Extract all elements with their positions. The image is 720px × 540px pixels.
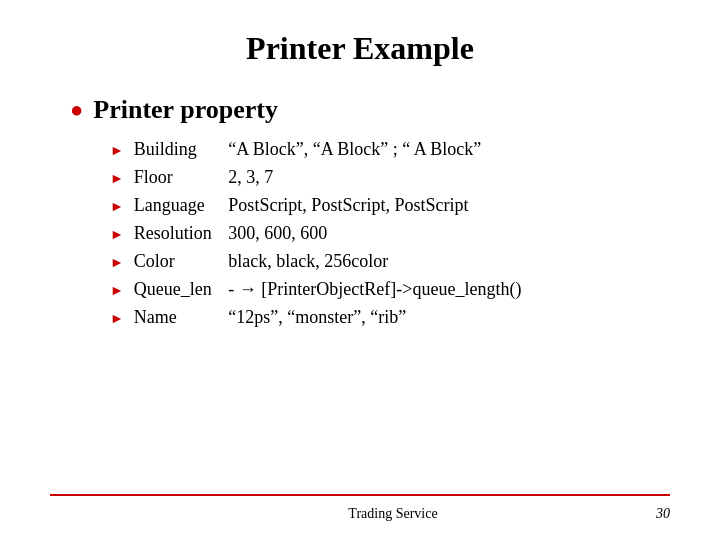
sub-item-value: “12ps”, “monster”, “rib” (224, 307, 406, 327)
sub-item-key: Queue_len (134, 279, 224, 300)
sub-item-text: Resolution 300, 600, 600 (134, 223, 328, 244)
sub-bullet-icon: ► (110, 311, 124, 327)
list-item: ►Building “A Block”, “A Block” ; “ A Blo… (110, 139, 670, 160)
sub-item-key: Language (134, 195, 224, 216)
list-item: ►Language PostScript, PostScript, PostSc… (110, 195, 670, 216)
sub-bullet-icon: ► (110, 171, 124, 187)
sub-item-text: Color black, black, 256color (134, 251, 388, 272)
sub-item-text: Building “A Block”, “A Block” ; “ A Bloc… (134, 139, 481, 160)
sub-item-value: 2, 3, 7 (224, 167, 274, 187)
sub-bullet-icon: ► (110, 199, 124, 215)
footer-line (50, 494, 670, 496)
sub-item-value: black, black, 256color (224, 251, 388, 271)
footer: Trading Service 30 (50, 506, 670, 522)
sub-bullet-icon: ► (110, 143, 124, 159)
sub-item-key: Building (134, 139, 224, 160)
slide-title: Printer Example (50, 30, 670, 67)
sub-item-key: Color (134, 251, 224, 272)
slide: Printer Example ● Printer property ►Buil… (0, 0, 720, 540)
content-area: ● Printer property ►Building “A Block”, … (50, 95, 670, 328)
main-bullet: ● Printer property (70, 95, 670, 125)
list-item: ►Resolution 300, 600, 600 (110, 223, 670, 244)
sub-item-text: Name “12ps”, “monster”, “rib” (134, 307, 406, 328)
sub-item-value: PostScript, PostScript, PostScript (224, 195, 469, 215)
list-item: ►Color black, black, 256color (110, 251, 670, 272)
main-bullet-icon: ● (70, 97, 83, 123)
sub-list: ►Building “A Block”, “A Block” ; “ A Blo… (70, 139, 670, 328)
sub-item-value: 300, 600, 600 (224, 223, 328, 243)
sub-item-text: Queue_len - → [PrinterObjectRef]->queue_… (134, 279, 522, 300)
sub-item-value: “A Block”, “A Block” ; “ A Block” (224, 139, 481, 159)
sub-item-text: Language PostScript, PostScript, PostScr… (134, 195, 469, 216)
list-item: ►Queue_len - → [PrinterObjectRef]->queue… (110, 279, 670, 300)
list-item: ►Name “12ps”, “monster”, “rib” (110, 307, 670, 328)
sub-item-text: Floor 2, 3, 7 (134, 167, 274, 188)
list-item: ►Floor 2, 3, 7 (110, 167, 670, 188)
sub-bullet-icon: ► (110, 227, 124, 243)
sub-item-key: Floor (134, 167, 224, 188)
sub-item-value: - → [PrinterObjectRef]->queue_length() (224, 279, 522, 299)
sub-bullet-icon: ► (110, 283, 124, 299)
sub-item-key: Resolution (134, 223, 224, 244)
sub-bullet-icon: ► (110, 255, 124, 271)
footer-page-number: 30 (656, 506, 670, 522)
main-bullet-label: Printer property (93, 95, 278, 125)
footer-center-text: Trading Service (130, 506, 656, 522)
sub-item-key: Name (134, 307, 224, 328)
